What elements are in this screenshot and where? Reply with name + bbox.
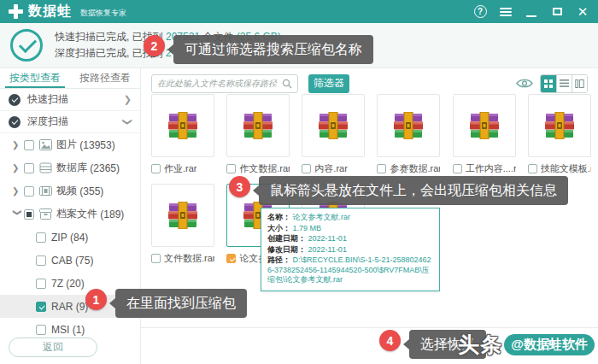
app-logo-icon — [9, 4, 23, 19]
callout-3-text: 鼠标箭头悬放在文件上，会出现压缩包相关信息 — [259, 176, 568, 205]
sidebar-item-cab[interactable]: CAB (75) — [0, 249, 140, 272]
window-controls: ? ✕ — [473, 5, 589, 19]
chevron-right-icon: ❯ — [124, 94, 132, 105]
grid-view-icon[interactable] — [541, 75, 556, 92]
cab-checkbox[interactable] — [36, 255, 46, 266]
filter-button[interactable]: 筛选器 — [308, 74, 349, 93]
archive-icon — [39, 208, 52, 220]
sidebar-item-databases[interactable]: ❯ 数据库 (2365) — [0, 156, 140, 179]
check-circle-icon — [9, 94, 21, 106]
tab-view-by-type[interactable]: 按类型查看 — [0, 68, 70, 88]
file-checkbox-checked[interactable] — [226, 254, 236, 263]
file-cell: 作文数据.rar — [226, 94, 290, 175]
search-input[interactable] — [157, 79, 282, 88]
videos-checkbox[interactable] — [24, 186, 34, 197]
file-name: 参赛数据.rar — [390, 162, 440, 175]
file-tile[interactable] — [377, 94, 440, 157]
rar-checkbox[interactable] — [36, 302, 46, 312]
minimize-icon[interactable] — [525, 5, 538, 19]
7z-checkbox[interactable] — [36, 279, 46, 289]
scan-complete-check-icon — [10, 29, 43, 62]
watermark-toutiao: 头条 — [458, 331, 502, 359]
file-tile[interactable] — [528, 94, 591, 157]
callout-1: 1 在里面找到压缩包 — [85, 289, 247, 318]
sidebar-item-videos[interactable]: ❯ 视频 (355) — [0, 179, 140, 203]
sidebar-item-deep-scan[interactable]: 深度扫描 ❯ — [0, 111, 140, 133]
zip-checkbox[interactable] — [36, 232, 46, 243]
file-checkbox[interactable] — [377, 164, 386, 173]
preview-eye-icon[interactable] — [516, 78, 533, 89]
msi-checkbox[interactable] — [36, 325, 46, 335]
watermark: 头条 @数据蛙软件 — [458, 331, 595, 359]
app-name: 数据蛙 — [28, 3, 72, 21]
callout-2-number: 2 — [144, 35, 165, 56]
help-icon[interactable]: ? — [473, 5, 487, 19]
sidebar-item-images[interactable]: ❯ 图片 (13953) — [0, 133, 140, 156]
file-info-tooltip: 名称： 论文参考文献.rar 大小： 1.79 MB 创建日期： 2022-11… — [261, 208, 440, 291]
file-name: 工作内容....rar — [466, 162, 516, 175]
file-tile[interactable] — [151, 184, 214, 247]
list-view-icon[interactable] — [556, 75, 572, 92]
file-cell: 技能文模板.rar — [528, 94, 591, 175]
tooltip-created-date: 2022-11-01 — [308, 234, 347, 243]
app-subtitle: 数据恢复专家 — [80, 8, 126, 19]
image-icon — [39, 139, 52, 150]
file-name: 文件数据.rar — [164, 252, 214, 265]
rar-file-icon — [167, 112, 198, 139]
file-cell: 作业.rar — [151, 94, 214, 175]
callout-3: 3 鼠标箭头悬放在文件上，会出现压缩包相关信息 — [229, 176, 568, 205]
tooltip-file-name: 论文参考文献.rar — [293, 213, 351, 221]
tab-view-by-path[interactable]: 按路径查看 — [70, 68, 140, 88]
archives-checkbox[interactable] — [24, 209, 34, 220]
sidebar-item-archives[interactable]: ❯ 档案文件 (189) — [0, 203, 140, 226]
close-icon[interactable]: ✕ — [576, 5, 589, 19]
databases-checkbox[interactable] — [24, 163, 34, 173]
callout-2: 2 可通过筛选器搜索压缩包名称 — [144, 35, 373, 64]
tooltip-modified-date: 2022-11-01 — [308, 245, 347, 254]
search-icon — [282, 79, 292, 89]
file-tile[interactable] — [302, 94, 365, 157]
tooltip-file-size: 1.79 MB — [293, 224, 322, 232]
file-tile[interactable] — [453, 94, 516, 157]
app-window: 数据蛙 数据恢复专家 ? ✕ 快速扫描已完成, 已找到 207521 个文件 (… — [0, 0, 598, 364]
file-name: 作文数据.rar — [239, 162, 290, 175]
file-tile[interactable] — [151, 94, 214, 157]
sidebar: 按类型查看 按路径查看 快速扫描 ❯ 深度扫描 ❯ ❯ 图片 (13953) — [0, 68, 141, 364]
tooltip-file-path: D:\$RECYCLE.BIN\S-1-5-21-2588024626-3738… — [267, 255, 431, 284]
view-toggle-group — [540, 74, 588, 93]
file-cell: 工作内容....rar — [453, 94, 516, 175]
maximize-icon[interactable] — [550, 5, 564, 19]
file-cell: 内容.rar — [302, 94, 365, 175]
callout-1-text: 在里面找到压缩包 — [115, 289, 247, 318]
file-checkbox[interactable] — [528, 164, 537, 173]
expand-icon[interactable]: ❯ — [12, 186, 22, 196]
check-circle-icon — [9, 116, 21, 128]
toolbar: 筛选器 — [141, 73, 598, 93]
file-checkbox[interactable] — [151, 254, 161, 263]
file-cell: 文件数据.rar — [151, 184, 214, 265]
database-icon — [39, 162, 52, 173]
callout-2-text: 可通过筛选器搜索压缩包名称 — [173, 35, 373, 64]
detail-view-icon[interactable] — [572, 75, 587, 92]
expand-icon[interactable]: ❯ — [12, 140, 22, 150]
file-name: 内容.rar — [314, 162, 348, 175]
collapse-icon[interactable]: ❯ — [13, 209, 22, 220]
file-checkbox[interactable] — [453, 164, 462, 173]
search-box[interactable] — [151, 74, 298, 93]
file-checkbox[interactable] — [302, 164, 311, 173]
back-button[interactable]: 返回 — [9, 338, 97, 357]
menu-icon[interactable] — [499, 5, 513, 19]
video-icon — [39, 185, 52, 197]
file-cell: 参赛数据.rar — [377, 94, 440, 175]
file-name: 作业.rar — [164, 162, 197, 175]
file-checkbox[interactable] — [226, 164, 236, 173]
callout-1-number: 1 — [85, 289, 107, 310]
sidebar-item-zip[interactable]: ZIP (84) — [0, 226, 140, 249]
expand-icon[interactable]: ❯ — [12, 163, 22, 173]
images-checkbox[interactable] — [24, 140, 34, 150]
file-tile[interactable] — [226, 94, 290, 157]
callout-3-number: 3 — [229, 176, 250, 197]
chevron-down-icon: ❯ — [122, 118, 133, 126]
sidebar-item-quick-scan[interactable]: 快速扫描 ❯ — [0, 89, 140, 111]
file-checkbox[interactable] — [151, 164, 161, 173]
